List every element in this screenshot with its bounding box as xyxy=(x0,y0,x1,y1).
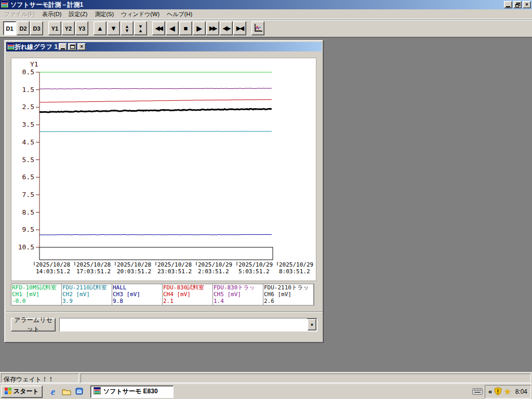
toolbar-button-d3[interactable]: D3 xyxy=(30,21,43,35)
start-button-label: スタート xyxy=(14,387,39,396)
menu-item-5[interactable]: ヘルプ(H) xyxy=(163,9,196,19)
toolbar-button-expand-horizontal[interactable]: ◀▶ xyxy=(220,21,233,35)
step-right-icon: ▶ xyxy=(197,25,202,32)
taskbar-clock: 8:04 xyxy=(513,388,527,395)
y-tick-label: 8.5 xyxy=(22,208,34,216)
toolbar-button-fast-rewind[interactable]: ◀◀ xyxy=(152,21,165,35)
toolbar-button-step-left[interactable]: ◀ xyxy=(166,21,179,35)
channel-name: RFD-10MS試料室 xyxy=(12,284,61,291)
star-tray-icon[interactable]: ★ xyxy=(504,387,511,396)
outlook-express-icon[interactable] xyxy=(75,387,85,397)
stop-icon: ■ xyxy=(184,25,188,32)
line-chart: 0.51.52.53.54.55.56.57.58.59.510.5Y12025… xyxy=(11,58,316,281)
step-left-icon: ◀ xyxy=(170,25,175,32)
status-message: 保存ウェイト！！ xyxy=(1,374,79,383)
x-tick-time: 20:03:51.2 xyxy=(117,268,151,275)
y-tick-label: 2.5 xyxy=(22,103,34,111)
keyboard-layout-icon[interactable] xyxy=(472,388,483,396)
minimize-icon xyxy=(506,6,510,7)
legend-cell-ch1: RFD-10MS試料室CH1 [mV]-0.0 xyxy=(11,284,62,305)
menu-item-1[interactable]: 表示(D) xyxy=(38,9,65,19)
close-button[interactable]: × xyxy=(523,1,531,8)
channel-unit: CH1 [mV] xyxy=(12,291,61,298)
x-tick-date: 2025/10/28 xyxy=(76,261,111,268)
start-button[interactable]: スタート xyxy=(1,385,43,398)
x-tick-date: 2025/10/29 xyxy=(198,261,232,268)
channel-name: FDU-2110トラッ xyxy=(264,284,313,291)
x-tick-time: 8:03:51.2 xyxy=(279,268,310,275)
channel-name: HALL xyxy=(113,284,162,291)
toolbar-button-y1[interactable]: Y1 xyxy=(48,21,61,35)
tray-expand-icon[interactable]: « xyxy=(488,388,492,395)
toolbar-button-scroll-up[interactable]: ▲ xyxy=(94,21,107,35)
channel-legend: RFD-10MS試料室CH1 [mV]-0.0FDU-2110試料室CH2 [m… xyxy=(11,284,314,305)
legend-cell-ch4: FDU-830試料室CH4 [mV]2.1 xyxy=(163,284,213,305)
channel-value: 9.8 xyxy=(113,298,162,304)
graph-maximize-button[interactable] xyxy=(68,43,76,50)
graph-window: 折れ線グラフ 1 × 0.51.52.53.54.55.56.57.58.59.… xyxy=(4,40,324,343)
channel-name: FDU-830トラッ xyxy=(214,284,263,291)
menu-item-2[interactable]: 設定(Z) xyxy=(65,9,91,19)
channel-unit: CH3 [mV] xyxy=(113,291,162,298)
toolbar-button-fast-forward[interactable]: ▶▶ xyxy=(206,21,219,35)
screen: ソフトサーモ計測－計測1 × ファイル(F)表示(D)設定(Z)測定(S)ウィン… xyxy=(0,0,532,399)
task-label: ソフトサーモ E830 xyxy=(103,387,158,396)
expand-horizontal-icon: ◀▶ xyxy=(223,25,230,32)
channel-unit: CH2 [mV] xyxy=(62,291,112,298)
y-tick-label: 0.5 xyxy=(22,68,34,76)
fast-rewind-icon: ◀◀ xyxy=(155,25,162,32)
menubar: ファイル(F)表示(D)設定(Z)測定(S)ウィンドウ(W)ヘルプ(H) xyxy=(0,9,532,19)
graph-window-controls: アラームリセット ▼ xyxy=(6,311,323,340)
maximize-icon xyxy=(70,45,75,49)
taskbar: スタート e ソフトサーモ E830 « ★ 8: xyxy=(0,383,532,399)
alarm-reset-button[interactable]: アラームリセット xyxy=(11,318,56,331)
toolbar-button-scroll-down[interactable]: ▼ xyxy=(107,21,120,35)
close-icon: × xyxy=(80,44,83,49)
compress-vertical-icon: ▼▲ xyxy=(138,24,143,33)
menu-item-4[interactable]: ウィンドウ(W) xyxy=(117,9,163,19)
system-tray: « ★ 8:04 xyxy=(485,385,531,398)
graph-window-title: 折れ線グラフ 1 xyxy=(15,43,58,51)
graph-window-titlebar[interactable]: 折れ線グラフ 1 × xyxy=(6,42,322,51)
toolbar-button-d2[interactable]: D2 xyxy=(17,21,30,35)
alarm-combobox[interactable]: ▼ xyxy=(59,318,317,331)
toolbar-button-step-right[interactable]: ▶ xyxy=(193,21,206,35)
expand-vertical-icon: ▲▼ xyxy=(125,24,129,33)
series-ch4 xyxy=(39,100,272,103)
fast-forward-icon: ▶▶ xyxy=(209,25,216,32)
internet-explorer-icon[interactable]: e xyxy=(48,387,58,397)
graph-close-button[interactable]: × xyxy=(77,43,86,50)
y-axis-title: Y1 xyxy=(30,60,38,68)
x-tick-time: 14:03:51.2 xyxy=(36,268,70,275)
main-window-title: ソフトサーモ計測－計測1 xyxy=(10,1,83,9)
y-tick-label: 1.5 xyxy=(22,86,34,94)
toolbar-button-compress-vertical[interactable]: ▼▲ xyxy=(134,21,147,35)
toolbar-button-expand-vertical[interactable]: ▲▼ xyxy=(121,21,134,35)
graph-minimize-button[interactable] xyxy=(59,43,67,50)
restore-button[interactable] xyxy=(513,1,522,8)
toolbar-button-stop[interactable]: ■ xyxy=(179,21,192,35)
alarm-combobox-value[interactable] xyxy=(60,318,307,331)
channel-unit: CH5 [mV] xyxy=(214,291,263,298)
graph-window-content: 0.51.52.53.54.55.56.57.58.59.510.5Y12025… xyxy=(6,51,322,340)
x-tick-time: 5:03:51.2 xyxy=(238,268,270,275)
channel-value: 2.6 xyxy=(264,298,313,304)
toolbar-button-y3[interactable]: Y3 xyxy=(75,21,88,35)
scroll-up-icon: ▲ xyxy=(97,25,103,32)
toolbar-button-d1[interactable]: D1 xyxy=(3,21,16,35)
toolbar: D1D2D3Y1Y2Y3▲▼▲▼▼▲◀◀◀■▶▶▶◀▶▶◀ xyxy=(0,19,532,37)
main-titlebar: ソフトサーモ計測－計測1 × xyxy=(0,0,532,9)
security-shield-icon[interactable] xyxy=(494,387,502,396)
legend-cell-ch2: FDU-2110試料室CH2 [mV]3.9 xyxy=(62,284,112,305)
channel-value: 3.9 xyxy=(62,298,112,304)
menu-item-3[interactable]: 測定(S) xyxy=(91,9,117,19)
x-tick-date: 2025/10/28 xyxy=(157,261,192,268)
combobox-dropdown-button[interactable]: ▼ xyxy=(308,319,316,330)
toolbar-button-y2[interactable]: Y2 xyxy=(62,21,75,35)
toolbar-button-compress-horizontal[interactable]: ▶◀ xyxy=(233,21,246,35)
show-desktop-icon[interactable] xyxy=(61,387,72,397)
minimize-button[interactable] xyxy=(504,1,512,8)
toolbar-button-graph-settings[interactable] xyxy=(251,21,264,35)
taskbar-task-softthermo[interactable]: ソフトサーモ E830 xyxy=(90,385,174,398)
channel-name: FDU-830試料室 xyxy=(163,284,212,291)
